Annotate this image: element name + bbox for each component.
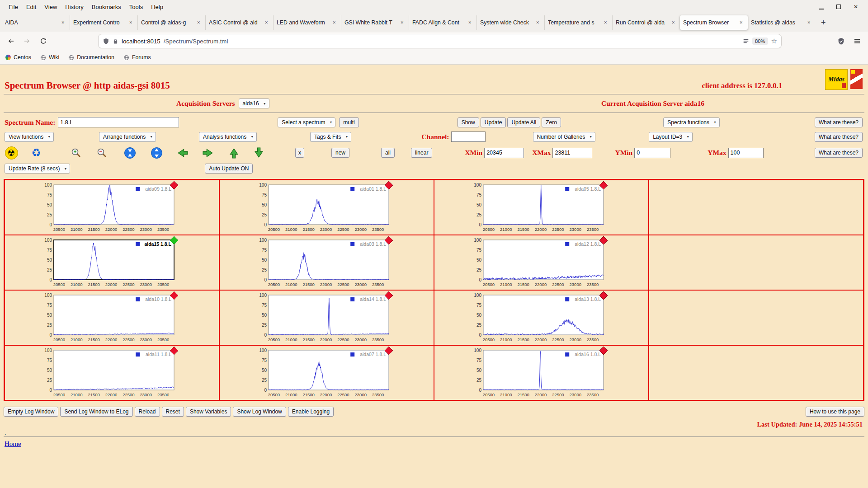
menu-view[interactable]: View (40, 2, 61, 12)
send-log-window-to-elog-button[interactable]: Send Log Window to ELog (60, 407, 132, 417)
auto-update-button[interactable]: Auto Update ON (205, 164, 253, 174)
tab-close-icon[interactable]: ✕ (534, 19, 541, 26)
all-button[interactable]: all (381, 148, 395, 158)
gallery-cell-aida07[interactable]: 0255075100205002100021500220002250023000… (219, 345, 434, 400)
enable-logging-button[interactable]: Enable Logging (288, 407, 334, 417)
tags-fits-dropdown[interactable]: Tags & Fits▼ (310, 132, 351, 142)
analysis-functions-dropdown[interactable]: Analysis functions▼ (199, 132, 257, 142)
tab-close-icon[interactable]: ✕ (59, 19, 66, 26)
menu-edit[interactable]: Edit (22, 2, 40, 12)
tab-close-icon[interactable]: ✕ (195, 19, 202, 26)
back-button[interactable] (5, 35, 17, 47)
tab-statistics-aidas[interactable]: Statistics @ aidas✕ (748, 15, 816, 30)
show-variables-button[interactable]: Show Variables (186, 407, 231, 417)
reload-button[interactable]: Reload (135, 407, 160, 417)
show-log-window-button[interactable]: Show Log Window (233, 407, 286, 417)
gallery-cell-aida13[interactable]: 0255075100205002100021500220002250023000… (434, 290, 649, 345)
how-to-use-this-page-button[interactable]: How to use this page (806, 407, 864, 417)
show-button[interactable]: Show (458, 117, 479, 127)
spectra-functions-dropdown[interactable]: Spectra functions▼ (663, 117, 720, 127)
chart-aida09[interactable]: 0255075100205002100021500220002250023000… (34, 180, 183, 235)
gallery-cell-aida11[interactable]: 0255075100205002100021500220002250023000… (5, 345, 219, 400)
view-functions-dropdown[interactable]: View functions▼ (5, 132, 54, 142)
chart-aida15[interactable]: 0255075100205002100021500220002250023000… (34, 235, 183, 290)
gallery-cell-aida05[interactable]: 0255075100205002100021500220002250023000… (434, 180, 649, 235)
menu-file[interactable]: File (5, 2, 22, 12)
reset-button[interactable]: Reset (162, 407, 184, 417)
chart-aida14[interactable]: 0255075100205002100021500220002250023000… (249, 291, 398, 345)
gallery-cell-aida15[interactable]: 0255075100205002100021500220002250023000… (5, 235, 219, 290)
gallery-cell-aida09[interactable]: 0255075100205002100021500220002250023000… (5, 180, 219, 235)
multi-button[interactable]: multi (339, 117, 359, 127)
layout-id-dropdown[interactable]: Layout ID=3▼ (649, 132, 693, 142)
tab-close-icon[interactable]: ✕ (602, 19, 609, 26)
xmin-input[interactable] (484, 148, 524, 158)
chart-aida16[interactable]: 0255075100205002100021500220002250023000… (463, 346, 613, 400)
tab-close-icon[interactable]: ✕ (670, 19, 677, 26)
arrow-up-icon[interactable] (227, 146, 241, 160)
linear-button[interactable]: linear (411, 148, 432, 158)
gallery-cell-aida12[interactable]: 0255075100205002100021500220002250023000… (434, 235, 649, 290)
tab-close-icon[interactable]: ✕ (737, 19, 745, 26)
what-are-these-button-2[interactable]: What are these? (815, 132, 863, 142)
new-tab-button[interactable]: + (816, 18, 831, 28)
reload-button[interactable] (37, 35, 50, 47)
menu-history[interactable]: History (61, 2, 87, 12)
empty-log-window-button[interactable]: Empty Log Window (4, 407, 58, 417)
chart-aida12[interactable]: 0255075100205002100021500220002250023000… (463, 235, 613, 290)
tab-close-icon[interactable]: ✕ (466, 19, 473, 26)
tab-spectrum-browser[interactable]: Spectrum Browser✕ (680, 15, 748, 30)
close-window-button[interactable]: ✕ (853, 4, 859, 10)
forward-button[interactable] (21, 35, 33, 47)
update-all-button[interactable]: Update All (507, 117, 540, 127)
arrow-left-icon[interactable] (175, 146, 189, 160)
tab-close-icon[interactable]: ✕ (398, 19, 406, 26)
minimize-button[interactable] (818, 4, 825, 10)
arrow-down-icon[interactable] (252, 146, 265, 160)
zoom-in-icon[interactable] (69, 146, 83, 160)
what-are-these-button-3[interactable]: What are these? (815, 148, 863, 158)
spectrum-name-input[interactable] (58, 117, 179, 127)
tab-close-icon[interactable]: ✕ (330, 19, 338, 26)
update-button[interactable]: Update (481, 117, 506, 127)
arrow-right-icon[interactable] (201, 146, 215, 160)
acquisition-server-select[interactable]: aida16▼ (239, 99, 269, 108)
arrange-functions-dropdown[interactable]: Arrange functions▼ (99, 132, 156, 142)
gallery-cell-aida01[interactable]: 0255075100205002100021500220002250023000… (219, 180, 434, 235)
url-bar[interactable]: localhost:8015/Spectrum/Spectrum.tml 80%… (99, 34, 781, 48)
compress-y-icon[interactable] (123, 146, 137, 160)
tab-close-icon[interactable]: ✕ (263, 19, 270, 26)
tab-fadc-align-cont[interactable]: FADC Align & Cont✕ (409, 15, 476, 30)
expand-y-icon[interactable] (150, 146, 163, 160)
ymin-input[interactable] (634, 148, 670, 158)
what-are-these-button-1[interactable]: What are these? (815, 117, 863, 127)
tab-system-wide-check[interactable]: System wide Check✕ (476, 15, 544, 30)
x-axis-button[interactable]: x (295, 148, 304, 158)
zoom-out-icon[interactable] (95, 146, 108, 160)
bookmark-forums[interactable]: Forums (123, 54, 151, 61)
tab-close-icon[interactable]: ✕ (127, 19, 134, 26)
tab-asic-control-aid[interactable]: ASIC Control @ aid✕ (205, 15, 273, 30)
tab-close-icon[interactable]: ✕ (805, 19, 812, 26)
gallery-cell-aida03[interactable]: 0255075100205002100021500220002250023000… (219, 235, 434, 290)
maximize-button[interactable] (835, 4, 842, 10)
recycle-icon[interactable]: ♻ (29, 146, 43, 160)
select-spectrum-dropdown[interactable]: Select a spectrum▼ (278, 117, 335, 127)
menu-bookmarks[interactable]: Bookmarks (88, 2, 125, 12)
bookmark-wiki[interactable]: Wiki (40, 54, 59, 61)
chart-aida11[interactable]: 0255075100205002100021500220002250023000… (34, 346, 183, 400)
gallery-cell-aida14[interactable]: 0255075100205002100021500220002250023000… (219, 290, 434, 345)
menu-tools[interactable]: Tools (125, 2, 147, 12)
tab-aida[interactable]: AIDA✕ (2, 15, 70, 30)
bookmark-star-icon[interactable]: ☆ (771, 37, 777, 45)
tab-control-aidas-g[interactable]: Control @ aidas-g✕ (137, 15, 205, 30)
chart-aida01[interactable]: 0255075100205002100021500220002250023000… (249, 180, 398, 235)
zoom-level-indicator[interactable]: 80% (752, 38, 768, 45)
tab-led-and-waveform[interactable]: LED and Waveform✕ (273, 15, 341, 30)
menu-help[interactable]: Help (147, 2, 167, 12)
reader-mode-icon[interactable] (743, 38, 749, 44)
bookmark-documentation[interactable]: Documentation (68, 54, 114, 61)
number-of-galleries-dropdown[interactable]: Number of Galleries▼ (533, 132, 596, 142)
extension-button[interactable] (835, 35, 847, 47)
tab-gsi-white-rabbit-t[interactable]: GSI White Rabbit T✕ (341, 15, 409, 30)
